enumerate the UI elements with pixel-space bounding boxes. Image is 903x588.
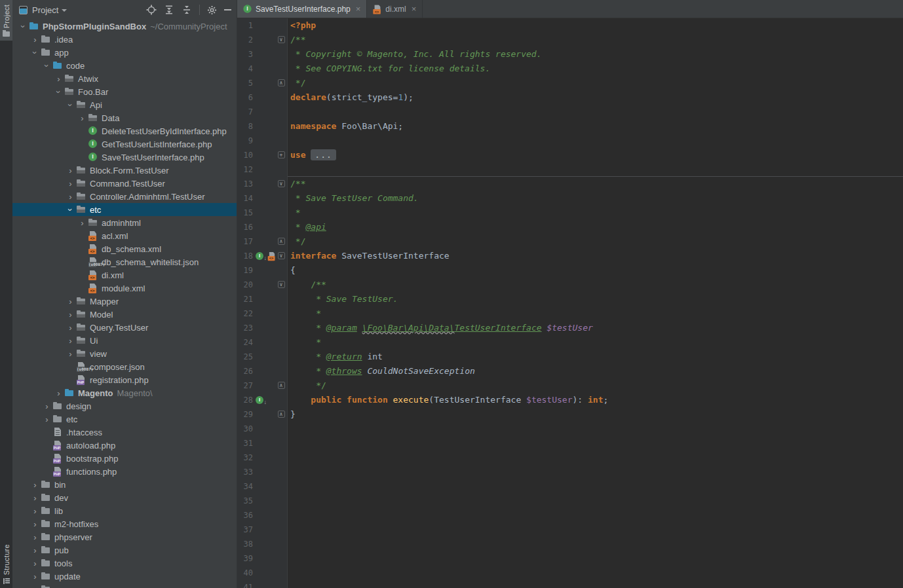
chevron-right-icon[interactable] (65, 310, 76, 319)
tree-row-module-xml[interactable]: module.xml (12, 282, 237, 295)
editor-tab-savetestuserinterface-php[interactable]: SaveTestUserInterface.php× (237, 0, 367, 18)
folded-imports-pill[interactable]: ... (311, 149, 336, 160)
tool-window-button-project[interactable]: Project (0, 0, 12, 41)
settings-gear-icon[interactable] (207, 5, 217, 15)
tree-row-var[interactable]: var (12, 583, 237, 588)
tree-row-code[interactable]: code (12, 59, 237, 72)
tree-row-data[interactable]: Data (12, 111, 237, 124)
tree-row-tools[interactable]: tools (12, 557, 237, 570)
chevron-right-icon[interactable] (41, 415, 52, 424)
hide-panel-icon[interactable] (224, 9, 231, 10)
tree-row-registration-php[interactable]: registration.php (12, 373, 237, 386)
chevron-right-icon[interactable] (29, 572, 41, 581)
chevron-right-icon[interactable] (29, 559, 41, 568)
tree-row-design[interactable]: design (12, 399, 237, 413)
expand-all-icon[interactable] (164, 5, 174, 15)
editor-tab-di-xml[interactable]: di.xml× (367, 0, 423, 18)
tool-window-button-structure[interactable]: Structure (0, 540, 12, 588)
tree-row-pub[interactable]: pub (12, 543, 237, 557)
chevron-down-icon[interactable] (53, 88, 64, 96)
fold-marker-icon[interactable]: ∨ (278, 36, 285, 43)
implementations-gutter-icon[interactable]: I (256, 252, 263, 260)
chevron-right-icon[interactable] (77, 219, 88, 227)
chevron-down-icon[interactable] (29, 48, 41, 57)
tree-row-db-schema-xml[interactable]: db_schema.xml (12, 242, 237, 255)
tree-row-etc[interactable]: etc (12, 413, 237, 426)
chevron-right-icon[interactable] (65, 166, 76, 175)
tree-row-view[interactable]: view (12, 347, 237, 360)
xml-config-gutter-icon[interactable] (267, 251, 277, 261)
tree-row-foo-bar[interactable]: Foo.Bar (12, 85, 237, 98)
chevron-right-icon[interactable] (65, 297, 76, 306)
fold-marker-icon[interactable]: ∧ (278, 411, 285, 418)
tree-row-mapper[interactable]: Mapper (12, 295, 237, 308)
chevron-down-icon[interactable] (18, 22, 29, 31)
fold-marker-icon[interactable]: ∧ (278, 382, 285, 389)
close-tab-icon[interactable]: × (412, 5, 417, 13)
chevron-right-icon[interactable] (29, 494, 41, 502)
tree-row-savetestuserinterface-php[interactable]: SaveTestUserInterface.php (12, 151, 237, 164)
close-tab-icon[interactable]: × (356, 5, 361, 13)
chevron-right-icon[interactable] (65, 193, 76, 201)
tree-row-deletetestuserbyidinterface-php[interactable]: DeleteTestUserByIdInterface.php (12, 124, 237, 138)
chevron-right-icon[interactable] (65, 337, 76, 345)
chevron-right-icon[interactable] (65, 350, 76, 358)
chevron-right-icon[interactable] (41, 402, 52, 411)
tree-row-model[interactable]: Model (12, 308, 237, 321)
chevron-right-icon[interactable] (29, 520, 41, 528)
tree-row-composer-json[interactable]: composer.json (12, 360, 237, 373)
chevron-right-icon[interactable] (29, 585, 41, 588)
chevron-down-icon[interactable] (41, 62, 52, 70)
project-view-dropdown[interactable]: Project (32, 5, 58, 15)
chevron-down-icon[interactable] (65, 206, 76, 214)
tree-row-command-testuser[interactable]: Command.TestUser (12, 177, 237, 190)
chevron-down-icon[interactable] (65, 101, 76, 109)
chevron-right-icon[interactable] (29, 533, 41, 542)
tree-row-etc[interactable]: etc (12, 203, 237, 216)
tree-row-di-xml[interactable]: di.xml (12, 268, 237, 282)
chevron-down-icon[interactable] (62, 9, 67, 12)
tree-row-app[interactable]: app (12, 46, 237, 59)
chevron-right-icon[interactable] (65, 323, 76, 332)
fold-marker-icon[interactable]: ∨ (278, 180, 285, 187)
tree-row-lib[interactable]: lib (12, 504, 237, 517)
code-editor[interactable]: 1<?php2∨/**3 * Copyright © Magento, Inc.… (237, 18, 903, 588)
chevron-right-icon[interactable] (29, 546, 41, 555)
implementations-gutter-icon[interactable]: I (256, 396, 263, 404)
fold-marker-icon[interactable]: ∨ (278, 281, 285, 288)
tree-row-bin[interactable]: bin (12, 478, 237, 491)
tree-row-api[interactable]: Api (12, 98, 237, 111)
chevron-right-icon[interactable] (77, 114, 88, 122)
chevron-right-icon[interactable] (53, 389, 64, 397)
tree-row-block-form-testuser[interactable]: Block.Form.TestUser (12, 164, 237, 177)
chevron-right-icon[interactable] (29, 507, 41, 515)
tree-row-db-schema-whitelist-json[interactable]: db_schema_whitelist.json (12, 255, 237, 268)
tree-row-controller-adminhtml-testuser[interactable]: Controller.Adminhtml.TestUser (12, 190, 237, 203)
locate-icon[interactable] (146, 5, 157, 15)
tree-row-autoload-php[interactable]: autoload.php (12, 439, 237, 452)
tree-row-htaccess[interactable]: .htaccess (12, 426, 237, 439)
tree-row-gettestuserlistinterface-php[interactable]: GetTestUserListInterface.php (12, 138, 237, 151)
tree-row-bootstrap-php[interactable]: bootstrap.php (12, 452, 237, 465)
chevron-right-icon[interactable] (53, 75, 64, 83)
tree-row-acl-xml[interactable]: acl.xml (12, 229, 237, 242)
tree-row-ui[interactable]: Ui (12, 334, 237, 347)
collapse-all-icon[interactable] (182, 5, 192, 15)
tree-row-dev[interactable]: dev (12, 491, 237, 504)
fold-marker-icon[interactable]: ∧ (278, 79, 285, 86)
fold-marker-icon[interactable]: ∨ (278, 252, 285, 259)
tree-row-m2-hotfixes[interactable]: m2-hotfixes (12, 517, 237, 530)
tree-row-adminhtml[interactable]: adminhtml (12, 216, 237, 229)
tree-row-functions-php[interactable]: functions.php (12, 465, 237, 478)
fold-marker-icon[interactable]: ∧ (278, 238, 285, 245)
tree-row-phpserver[interactable]: phpserver (12, 530, 237, 543)
tree-row-query-testuser[interactable]: Query.TestUser (12, 321, 237, 334)
chevron-right-icon[interactable] (65, 179, 76, 188)
tree-row-phpstormpluginsandbox[interactable]: PhpStormPluginSandBox~/CommunityProject (12, 20, 237, 33)
tree-row-idea[interactable]: .idea (12, 33, 237, 46)
tree-row-update[interactable]: update (12, 570, 237, 583)
chevron-right-icon[interactable] (29, 35, 41, 44)
fold-marker-icon[interactable]: + (278, 151, 285, 158)
tree-row-atwix[interactable]: Atwix (12, 72, 237, 85)
tree-row-magento[interactable]: MagentoMagento\ (12, 386, 237, 399)
